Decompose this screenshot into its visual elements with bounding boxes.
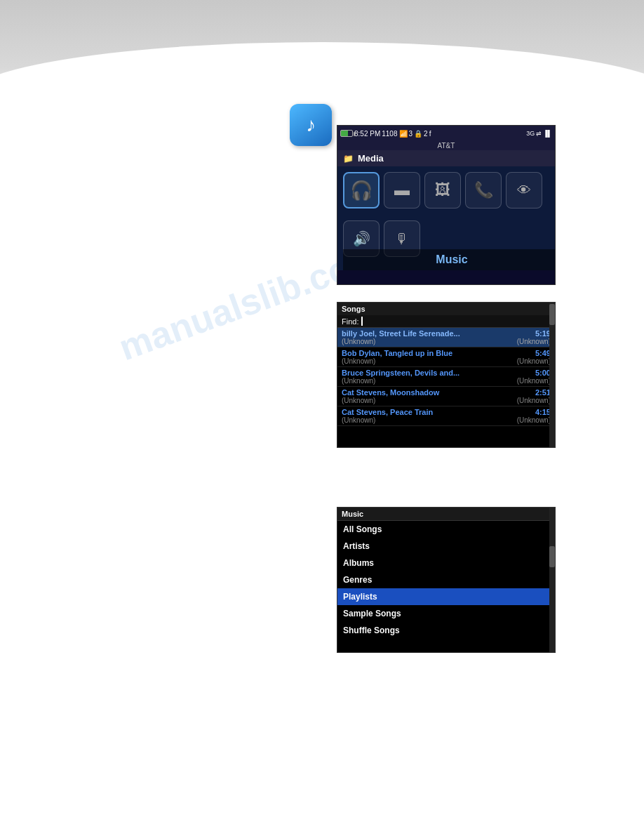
song-artist-5: (Unknown)	[517, 416, 551, 424]
menu-item-playlists[interactable]: Playlists	[337, 588, 555, 605]
song-row-sub-2: (Unknown) (Unknown)	[342, 357, 551, 365]
song-item-5[interactable]: Cat Stevens, Peace Train 4:15 (Unknown) …	[337, 406, 555, 426]
song-duration-5: 4:15	[535, 408, 551, 416]
song-item-2[interactable]: Bob Dylan, Tangled up in Blue 5:49 (Unkn…	[337, 348, 555, 367]
menu-scrollbar-track[interactable]	[549, 508, 555, 652]
menu-item-shuffle-songs[interactable]: Shuffle Songs	[337, 622, 555, 639]
status-count2: 2	[424, 130, 428, 138]
media-item-ringtones[interactable]: 📞	[465, 172, 502, 208]
song-artist-2: (Unknown)	[517, 357, 551, 365]
song-duration-4: 2:51	[535, 388, 551, 397]
music-app-icon[interactable]: ♪	[290, 104, 332, 146]
network-type: 3G	[526, 130, 535, 137]
signal-bars: ▐▌	[543, 130, 552, 137]
song-row-sub-5: (Unknown) (Unknown)	[342, 416, 551, 424]
phone-screen-songs: Songs Find: billy Joel, Street Life Sere…	[337, 302, 556, 448]
song-item-1[interactable]: billy Joel, Street Life Serenade... 5:19…	[337, 328, 555, 348]
song-album-5: (Unknown)	[342, 416, 375, 424]
carrier-bar: AT&T	[337, 141, 555, 150]
media-header: 📁 Media	[337, 150, 555, 166]
song-artist-3: (Unknown)	[517, 377, 551, 385]
music-footer-label: Music	[343, 249, 556, 270]
song-album-2: (Unknown)	[342, 357, 375, 365]
menu-item-all-songs[interactable]: All Songs	[337, 521, 555, 538]
song-row-title-2: Bob Dylan, Tangled up in Blue 5:49	[342, 349, 551, 357]
song-album-4: (Unknown)	[342, 397, 375, 404]
status-count: 3	[409, 130, 413, 138]
menu-item-sample-songs[interactable]: Sample Songs	[337, 605, 555, 622]
songs-scrollbar-thumb[interactable]	[549, 304, 555, 325]
song-item-4[interactable]: Cat Stevens, Moonshadow 2:51 (Unknown) (…	[337, 387, 555, 406]
status-bar: 8:52 PM 1108 📶 3 🔒 2 f 3G ⇌ ▐▌	[337, 126, 555, 141]
song-album-1: (Unknown)	[342, 338, 375, 345]
menu-item-albums[interactable]: Albums	[337, 555, 555, 571]
lock-icon: 🔒	[414, 130, 422, 138]
phone-screen-music-menu: Music All Songs Artists Albums Genres Pl…	[337, 507, 556, 653]
status-time: 8:52 PM	[354, 130, 380, 138]
songs-scrollbar-track[interactable]	[549, 303, 555, 447]
song-title-3: Bruce Springsteen, Devils and...	[342, 369, 459, 377]
find-bar: Find:	[337, 315, 555, 328]
menu-scrollbar-thumb[interactable]	[549, 546, 555, 567]
song-artist-1: (Unknown)	[517, 338, 551, 345]
media-item-music[interactable]: 🎧	[343, 172, 380, 208]
media-item-pictures[interactable]: 🖼	[424, 172, 461, 208]
song-row-title-1: billy Joel, Street Life Serenade... 5:19	[342, 329, 551, 338]
song-duration-3: 5:00	[535, 369, 551, 377]
song-title-1: billy Joel, Street Life Serenade...	[342, 329, 460, 338]
menu-item-genres[interactable]: Genres	[337, 571, 555, 588]
find-label: Find:	[342, 317, 358, 326]
song-row-title-4: Cat Stevens, Moonshadow 2:51	[342, 388, 551, 397]
status-bar-left: 8:52 PM 1108 📶 3 🔒 2 f	[340, 130, 431, 138]
song-row-title-5: Cat Stevens, Peace Train 4:15	[342, 408, 551, 416]
media-item-video[interactable]: ▬	[384, 172, 420, 208]
wifi-icon: ⇌	[536, 130, 542, 137]
song-duration-1: 5:19	[535, 329, 551, 338]
song-artist-4: (Unknown)	[517, 397, 551, 404]
songs-list: billy Joel, Street Life Serenade... 5:19…	[337, 328, 555, 426]
song-title-5: Cat Stevens, Peace Train	[342, 408, 433, 416]
music-menu-header: Music	[337, 508, 555, 521]
menu-item-artists[interactable]: Artists	[337, 538, 555, 555]
song-row-sub-4: (Unknown) (Unknown)	[342, 397, 551, 404]
phone-screen-media: 8:52 PM 1108 📶 3 🔒 2 f 3G ⇌ ▐▌ AT&T 📁 Me…	[337, 125, 556, 285]
song-title-2: Bob Dylan, Tangled up in Blue	[342, 349, 452, 357]
status-bar-right: 3G ⇌ ▐▌	[526, 130, 552, 137]
song-album-3: (Unknown)	[342, 377, 375, 385]
find-cursor	[361, 317, 363, 326]
music-note-icon: ♪	[306, 114, 316, 136]
battery-icon	[340, 130, 353, 137]
song-item-3[interactable]: Bruce Springsteen, Devils and... 5:00 (U…	[337, 367, 555, 387]
song-duration-2: 5:49	[535, 349, 551, 357]
media-grid: 🎧 ▬ 🖼 📞 👁 🔊 🎙 Music	[337, 166, 555, 270]
song-title-4: Cat Stevens, Moonshadow	[342, 388, 439, 397]
song-row-title-3: Bruce Springsteen, Devils and... 5:00	[342, 369, 551, 377]
status-notifications: 1108	[382, 130, 397, 138]
music-menu-list: All Songs Artists Albums Genres Playlist…	[337, 521, 555, 639]
sim-icon: 📶	[399, 130, 408, 138]
fb-icon: f	[429, 130, 431, 138]
main-content: manualslib.com ♪ 8:52 PM 1108 📶 3 🔒 2 f …	[0, 0, 644, 834]
song-row-sub-3: (Unknown) (Unknown)	[342, 377, 551, 385]
song-row-sub-1: (Unknown) (Unknown)	[342, 338, 551, 345]
media-item-camera[interactable]: 👁	[506, 172, 542, 208]
songs-header: Songs	[337, 303, 555, 315]
media-header-title: Media	[358, 153, 384, 164]
folder-icon: 📁	[343, 154, 354, 164]
